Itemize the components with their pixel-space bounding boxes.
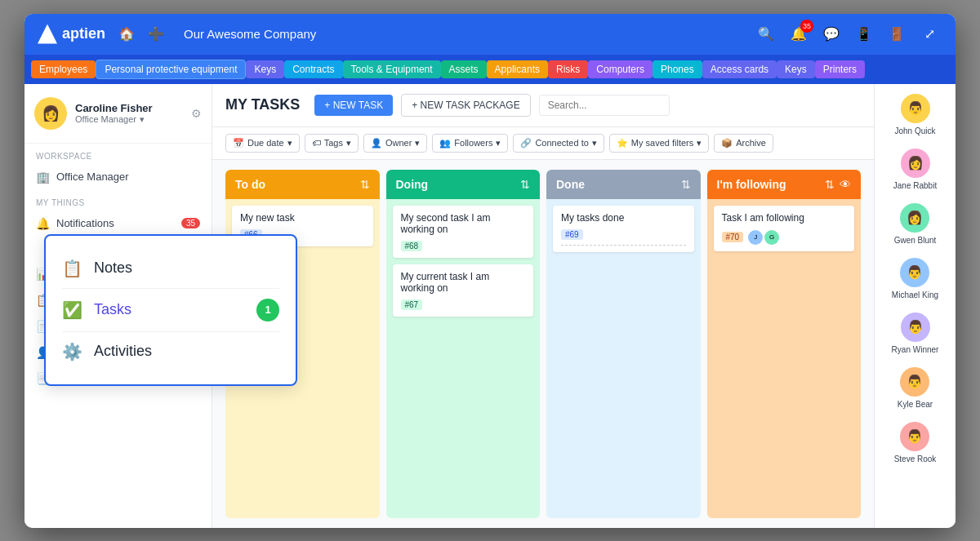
kanban-body-following: Task I am following #70 J G bbox=[707, 199, 862, 518]
person-kyle-bear[interactable]: 👨 Kyle Bear bbox=[898, 367, 933, 409]
person-john-quick[interactable]: 👨 John Quick bbox=[894, 94, 935, 135]
kanban-col-done: Done ⇅ My tasks done #69 bbox=[546, 170, 701, 518]
tasks-label: Tasks bbox=[94, 301, 131, 318]
kanban-title-todo: To do bbox=[235, 178, 265, 191]
tab-keys[interactable]: Keys bbox=[246, 60, 284, 78]
add-button[interactable]: ➕ bbox=[145, 23, 167, 45]
notification-badge: 35 bbox=[800, 20, 813, 33]
sort-icon-doing[interactable]: ⇅ bbox=[520, 178, 530, 191]
tab-tools[interactable]: Tools & Equipment bbox=[343, 60, 441, 78]
sort-icon-following[interactable]: ⇅ bbox=[825, 178, 835, 191]
card-title: Task I am following bbox=[722, 212, 847, 224]
sidebar-item-workspace[interactable]: 🏢 Office Manager bbox=[24, 164, 212, 190]
popup-item-notes[interactable]: 📋 Notes bbox=[62, 249, 279, 288]
expand-button[interactable]: ⤢ bbox=[916, 21, 942, 47]
home-button[interactable]: 🏠 bbox=[115, 23, 138, 45]
tab-employees[interactable]: Employees bbox=[31, 60, 96, 78]
person-name-michael-king: Michael King bbox=[892, 290, 938, 299]
workspace-label: Workspace bbox=[24, 144, 212, 164]
avatar-john-quick: 👨 bbox=[901, 94, 930, 123]
messages-button[interactable]: 💬 bbox=[818, 21, 844, 47]
person-steve-rook[interactable]: 👨 Steve Rook bbox=[894, 422, 937, 463]
kanban-card[interactable]: My tasks done #69 bbox=[553, 206, 694, 252]
tab-applicants[interactable]: Applicants bbox=[487, 60, 548, 78]
tab-keys2[interactable]: Keys bbox=[777, 60, 815, 78]
filter-bar: 📅Due date▾ 🏷Tags▾ 👤Owner▾ 👥Followers▾ 🔗C… bbox=[212, 127, 874, 160]
mini-avatar-1: J bbox=[748, 230, 763, 245]
sidebar-item-notifications[interactable]: 🔔 Notifications 35 bbox=[24, 211, 212, 237]
workspace-icon: 🏢 bbox=[36, 171, 50, 184]
kanban-card[interactable]: My second task I am working on #68 bbox=[393, 206, 534, 258]
mobile-button[interactable]: 📱 bbox=[851, 21, 877, 47]
person-name-jane-rabbit: Jane Rabbit bbox=[893, 181, 937, 190]
activities-label: Activities bbox=[94, 343, 152, 360]
card-title: My current task I am working on bbox=[401, 271, 526, 294]
todo-header-icons: ⇅ bbox=[360, 178, 370, 191]
tab-printers[interactable]: Printers bbox=[815, 60, 865, 78]
kanban-card[interactable]: My current task I am working on #67 bbox=[393, 264, 534, 317]
kanban-card[interactable]: Task I am following #70 J G bbox=[714, 206, 855, 251]
filter-archive[interactable]: 📦Archive bbox=[714, 134, 773, 153]
card-footer: #70 J G bbox=[722, 227, 847, 245]
avatar-steve-rook: 👨 bbox=[900, 422, 929, 451]
card-title: My tasks done bbox=[561, 212, 686, 224]
user-role: Office Manager ▾ bbox=[75, 114, 183, 125]
person-gwen-blunt[interactable]: 👩 Gwen Blunt bbox=[894, 203, 937, 245]
user-info: Caroline Fisher Office Manager ▾ bbox=[75, 102, 183, 125]
new-task-package-button[interactable]: + NEW TASK PACKAGE bbox=[401, 94, 530, 117]
card-avatars: J G bbox=[748, 230, 779, 245]
logo-text: aptien bbox=[62, 25, 105, 42]
logo-icon bbox=[38, 24, 57, 44]
tab-contracts[interactable]: Contracts bbox=[284, 60, 342, 78]
filter-owner[interactable]: 👤Owner▾ bbox=[363, 134, 427, 153]
kanban-body-done: My tasks done #69 bbox=[546, 199, 701, 518]
nav-icons: 🏠 ➕ bbox=[115, 23, 167, 45]
avatar: 👩 bbox=[34, 97, 67, 130]
popup-item-tasks[interactable]: ✅ Tasks 1 bbox=[62, 289, 279, 331]
tab-phones[interactable]: Phones bbox=[653, 60, 702, 78]
card-title: My second task I am working on bbox=[401, 212, 526, 235]
tab-risks[interactable]: Risks bbox=[548, 60, 588, 78]
avatar-ryan-winner: 👨 bbox=[901, 313, 930, 342]
kanban-body-doing: My second task I am working on #68 My cu… bbox=[386, 199, 541, 518]
sort-icon-done[interactable]: ⇅ bbox=[681, 178, 691, 191]
new-task-button[interactable]: + NEW TASK bbox=[314, 95, 393, 116]
filter-saved[interactable]: ⭐My saved filters▾ bbox=[609, 134, 709, 153]
sort-icon-todo[interactable]: ⇅ bbox=[360, 178, 370, 191]
card-tag: #70 bbox=[722, 232, 744, 242]
card-tag: #67 bbox=[401, 299, 423, 310]
notification-button[interactable]: 🔔 35 bbox=[786, 21, 812, 47]
popup-menu: 📋 Notes ✅ Tasks 1 ⚙️ Activities bbox=[44, 234, 297, 386]
eye-icon-following[interactable]: 👁 bbox=[840, 178, 851, 191]
filter-due-date[interactable]: 📅Due date▾ bbox=[225, 134, 300, 153]
card-divider bbox=[561, 245, 686, 246]
kanban-header-todo: To do ⇅ bbox=[225, 170, 380, 199]
filter-tags[interactable]: 🏷Tags▾ bbox=[305, 134, 359, 153]
person-jane-rabbit[interactable]: 👩 Jane Rabbit bbox=[893, 149, 937, 190]
tab-nav: Employees Personal protective equipment … bbox=[24, 55, 956, 84]
notifications-badge: 35 bbox=[181, 218, 200, 228]
tab-assets[interactable]: Assets bbox=[441, 60, 487, 78]
tab-computers[interactable]: Computers bbox=[588, 60, 653, 78]
mini-avatar-2: G bbox=[764, 230, 779, 245]
kanban-title-done: Done bbox=[556, 178, 585, 191]
person-michael-king[interactable]: 👨 Michael King bbox=[892, 258, 938, 299]
filter-followers[interactable]: 👥Followers▾ bbox=[432, 134, 508, 153]
tab-ppe[interactable]: Personal protective equipment bbox=[96, 60, 246, 79]
logout-button[interactable]: 🚪 bbox=[884, 21, 910, 47]
task-search-input[interactable] bbox=[539, 95, 670, 116]
card-title: My new task bbox=[240, 212, 365, 224]
popup-item-activities[interactable]: ⚙️ Activities bbox=[62, 332, 279, 371]
search-button[interactable]: 🔍 bbox=[753, 21, 779, 47]
page-title: MY TASKS bbox=[225, 96, 300, 113]
user-section: 👩 Caroline Fisher Office Manager ▾ ⚙ bbox=[24, 84, 212, 144]
kanban-header-doing: Doing ⇅ bbox=[386, 170, 541, 199]
filter-connected-to[interactable]: 🔗Connected to▾ bbox=[513, 134, 604, 153]
tab-access-cards[interactable]: Access cards bbox=[702, 60, 777, 78]
logo[interactable]: aptien bbox=[38, 24, 105, 44]
card-tag: #69 bbox=[561, 229, 583, 240]
person-ryan-winner[interactable]: 👨 Ryan Winner bbox=[892, 313, 939, 354]
gear-icon[interactable]: ⚙ bbox=[191, 107, 202, 120]
notifications-label: Notifications bbox=[56, 217, 114, 229]
bell-icon: 🔔 bbox=[36, 217, 50, 230]
